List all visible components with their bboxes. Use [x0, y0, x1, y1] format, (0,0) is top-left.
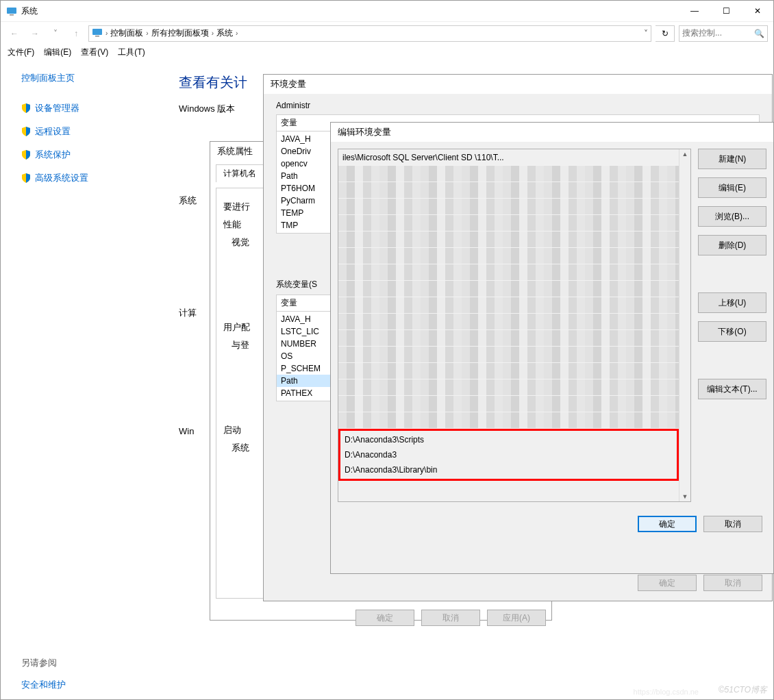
- path-item-redacted[interactable]: [338, 182, 679, 199]
- new-button[interactable]: 新建(N): [698, 149, 766, 169]
- path-item-redacted[interactable]: [338, 281, 679, 297]
- control-panel-sidebar: 控制面板主页 设备管理器 远程设置 系统保护 高级系统设置 另请参阅 安全和维护: [1, 60, 172, 699]
- nav-recent[interactable]: ˅: [47, 25, 64, 42]
- ok-button[interactable]: 确定: [355, 610, 414, 626]
- path-item-redacted[interactable]: [338, 297, 679, 314]
- nav-bar: ← → ˅ ↑ ›控制面板 ›所有控制面板项 ›系统 › ˅ ↻ 搜索控制...…: [1, 21, 773, 45]
- svg-rect-1: [10, 14, 14, 16]
- apply-button[interactable]: 应用(A): [487, 610, 546, 626]
- ok-button[interactable]: 确定: [638, 575, 697, 591]
- delete-button[interactable]: 删除(D): [698, 235, 766, 255]
- sidebar-item-advanced[interactable]: 高级系统设置: [21, 172, 151, 184]
- edit-button[interactable]: 编辑(E): [698, 177, 766, 198]
- path-item-redacted[interactable]: [338, 166, 679, 182]
- close-button[interactable]: ✕: [742, 1, 773, 21]
- ok-button[interactable]: 确定: [638, 516, 697, 532]
- shield-icon: [21, 103, 31, 113]
- path-item-redacted[interactable]: [338, 199, 679, 215]
- menu-file[interactable]: 文件(F): [8, 47, 34, 58]
- path-item[interactable]: iles\Microsoft SQL Server\Client SD \110…: [338, 149, 679, 166]
- address-bar[interactable]: ›控制面板 ›所有控制面板项 ›系统 › ˅: [88, 25, 651, 42]
- watermark: ©51CTO博客: [719, 684, 767, 696]
- path-item-redacted[interactable]: [338, 363, 679, 379]
- anaconda-highlight-box: D:\Anaconda3\ScriptsD:\Anaconda3D:\Anaco…: [338, 429, 679, 481]
- user-vars-label: Administr: [264, 94, 772, 110]
- svg-rect-3: [95, 36, 99, 37]
- addr-dropdown-icon[interactable]: ˅: [644, 29, 648, 38]
- sidebar-item-remote[interactable]: 远程设置: [21, 125, 151, 138]
- see-also-link[interactable]: 安全和维护: [21, 679, 151, 691]
- path-item-redacted[interactable]: [338, 248, 679, 264]
- svg-rect-2: [92, 29, 102, 35]
- edit-text-button[interactable]: 编辑文本(T)...: [698, 379, 766, 399]
- nav-forward[interactable]: →: [27, 25, 43, 42]
- path-item-redacted[interactable]: [338, 314, 679, 330]
- breadcrumb[interactable]: ›所有控制面板项: [146, 27, 208, 39]
- path-item-redacted[interactable]: [338, 215, 679, 232]
- cancel-button[interactable]: 取消: [421, 610, 480, 626]
- scroll-up-icon[interactable]: ▲: [682, 151, 688, 158]
- shield-icon: [21, 127, 31, 136]
- path-list[interactable]: iles\Microsoft SQL Server\Client SD \110…: [338, 149, 691, 502]
- shield-icon: [21, 150, 31, 160]
- search-input[interactable]: 搜索控制... 🔍: [679, 25, 768, 42]
- path-item[interactable]: D:\Anaconda3\Library\bin: [340, 462, 677, 477]
- cancel-button[interactable]: 取消: [703, 575, 762, 591]
- pc-icon: [92, 27, 103, 40]
- dialog-title: 编辑环境变量: [331, 123, 773, 142]
- path-item-redacted[interactable]: [338, 232, 679, 248]
- maximize-button[interactable]: ☐: [710, 1, 742, 21]
- path-item[interactable]: D:\Anaconda3\Scripts: [340, 432, 677, 447]
- system-icon: [6, 5, 17, 16]
- dialog-title: 环境变量: [264, 75, 772, 94]
- path-item-redacted[interactable]: [338, 264, 679, 281]
- menu-edit[interactable]: 编辑(E): [44, 47, 71, 58]
- path-item[interactable]: D:\Anaconda3: [340, 447, 677, 462]
- control-panel-home-link[interactable]: 控制面板主页: [21, 72, 151, 84]
- path-item-redacted[interactable]: [338, 396, 679, 412]
- move-down-button[interactable]: 下移(O): [698, 321, 766, 342]
- sidebar-item-protection[interactable]: 系统保护: [21, 149, 151, 161]
- menu-bar: 文件(F) 编辑(E) 查看(V) 工具(T): [1, 45, 773, 60]
- move-up-button[interactable]: 上移(U): [698, 292, 766, 313]
- breadcrumb[interactable]: ›控制面板: [105, 27, 143, 39]
- search-placeholder: 搜索控制...: [682, 27, 722, 39]
- search-icon: 🔍: [754, 29, 764, 38]
- window-title: 系统: [21, 5, 38, 17]
- minimize-button[interactable]: —: [679, 1, 710, 21]
- path-item-redacted[interactable]: [338, 347, 679, 363]
- nav-up[interactable]: ↑: [68, 25, 84, 42]
- watermark: https://blog.csdn.ne: [634, 688, 699, 696]
- path-item-redacted[interactable]: [338, 379, 679, 396]
- breadcrumb[interactable]: ›系统: [212, 27, 233, 39]
- path-item-redacted[interactable]: [338, 330, 679, 347]
- menu-view[interactable]: 查看(V): [81, 47, 108, 58]
- refresh-button[interactable]: ↻: [656, 25, 675, 42]
- tab-computer-name[interactable]: 计算机名: [216, 164, 264, 182]
- title-bar: 系统 — ☐ ✕: [1, 1, 773, 21]
- shield-icon: [21, 173, 31, 183]
- cancel-button[interactable]: 取消: [703, 516, 762, 532]
- path-item-redacted[interactable]: [338, 412, 679, 429]
- see-also-label: 另请参阅: [21, 657, 151, 669]
- browse-button[interactable]: 浏览(B)...: [698, 206, 766, 227]
- edit-env-dialog: 编辑环境变量 iles\Microsoft SQL Server\Client …: [330, 122, 774, 574]
- scrollbar[interactable]: ▲ ▼: [679, 149, 690, 501]
- svg-rect-0: [7, 8, 16, 14]
- menu-tools[interactable]: 工具(T): [118, 47, 145, 58]
- sidebar-item-device-manager[interactable]: 设备管理器: [21, 102, 151, 114]
- scroll-down-icon[interactable]: ▼: [682, 493, 688, 500]
- nav-back[interactable]: ←: [6, 25, 23, 42]
